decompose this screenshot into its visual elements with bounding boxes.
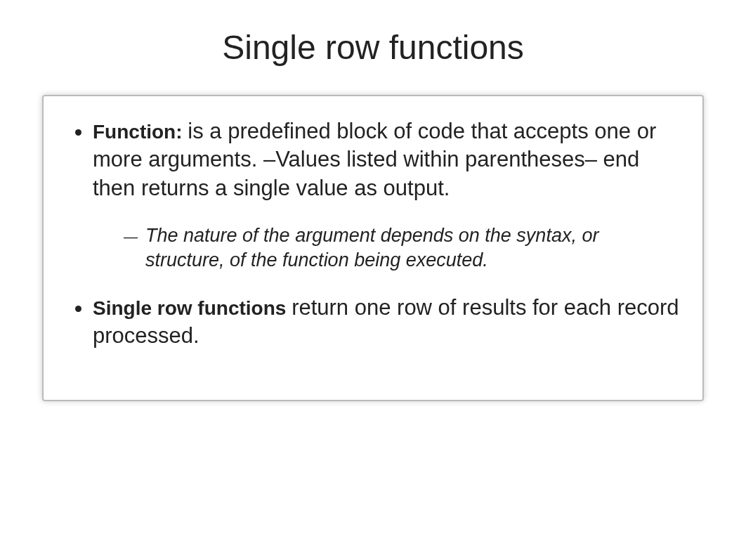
- sub-list: The nature of the argument depends on th…: [93, 223, 681, 273]
- bullet-item: Function: is a predefined block of code …: [93, 117, 681, 273]
- bullet-list: Function: is a predefined block of code …: [65, 117, 681, 351]
- bullet-label: Function:: [93, 121, 188, 143]
- content-box: Function: is a predefined block of code …: [42, 95, 704, 401]
- bullet-label: Single row functions: [93, 297, 292, 319]
- sub-bullet-item: The nature of the argument depends on th…: [128, 223, 681, 273]
- slide-title: Single row functions: [35, 28, 711, 67]
- bullet-item: Single row functions return one row of r…: [93, 294, 681, 351]
